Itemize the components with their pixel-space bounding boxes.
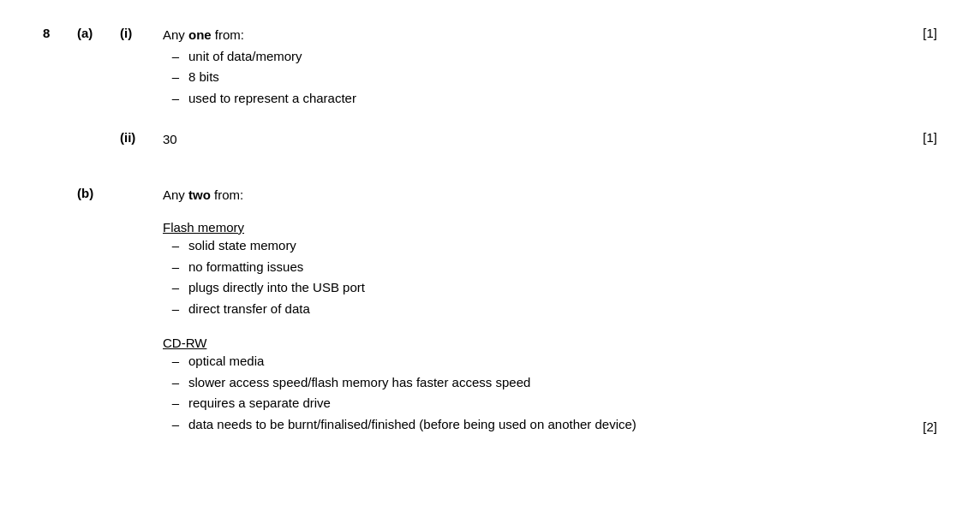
list-item: – solid state memory xyxy=(163,236,923,256)
list-item: – used to represent a character xyxy=(163,89,923,109)
bullet-text: no formatting issues xyxy=(188,258,303,277)
spacer xyxy=(163,205,923,220)
question-8-a-ii-row: (ii) 30 [1] xyxy=(43,130,937,150)
dash-icon: – xyxy=(163,258,188,277)
bullet-text: used to represent a character xyxy=(188,89,356,109)
part-b-intro: Any two from: xyxy=(163,186,923,205)
dash-icon: – xyxy=(163,68,188,87)
dash-icon: – xyxy=(163,278,188,298)
spacer xyxy=(163,320,923,336)
bullet-text: solid state memory xyxy=(188,236,296,256)
bullet-text: direct transfer of data xyxy=(188,300,310,319)
list-item: – slower access speed/flash memory has f… xyxy=(163,373,923,393)
cdrw-bullets: – optical media – slower access speed/fl… xyxy=(163,352,923,434)
part-b-content: Any two from: Flash memory – solid state… xyxy=(163,186,923,437)
flash-memory-heading: Flash memory xyxy=(163,220,923,235)
part-b-bold-word: two xyxy=(188,187,211,202)
mark-i: [1] xyxy=(923,26,937,40)
list-item: – data needs to be burnt/finalised/finis… xyxy=(163,415,923,435)
bullet-text: optical media xyxy=(188,352,264,371)
bullet-text: data needs to be burnt/finalised/finishe… xyxy=(188,415,636,435)
list-item: – requires a separate drive xyxy=(163,394,923,413)
part-b-intro-rest: from: xyxy=(211,187,243,202)
list-item: – no formatting issues xyxy=(163,258,923,277)
part-b-label: (b) xyxy=(77,186,120,200)
subpart-i-bullets: – unit of data/memory – 8 bits – used to… xyxy=(163,47,923,110)
bullet-text: requires a separate drive xyxy=(188,394,331,413)
part-a-label: (a) xyxy=(77,26,120,40)
dash-icon: – xyxy=(163,89,188,109)
subpart-ii-content: 30 xyxy=(163,130,923,150)
bullet-text: slower access speed/flash memory has fas… xyxy=(188,373,530,393)
flash-memory-bullets: – solid state memory – no formatting iss… xyxy=(163,236,923,318)
question-8-a-i-row: 8 (a) (i) Any one from: – unit of data/m… xyxy=(43,26,937,110)
bullet-text: unit of data/memory xyxy=(188,47,302,67)
dash-icon: – xyxy=(163,373,188,393)
subpart-ii-answer: 30 xyxy=(163,130,923,150)
subpart-i-intro: Any one from: xyxy=(163,26,923,45)
subpart-ii-label: (ii) xyxy=(120,130,163,145)
cdrw-heading: CD-RW xyxy=(163,336,923,350)
question-block: 8 (a) (i) Any one from: – unit of data/m… xyxy=(43,26,937,441)
dash-icon: – xyxy=(163,415,188,435)
spacer xyxy=(43,170,937,186)
list-item: – direct transfer of data xyxy=(163,300,923,319)
subpart-i-intro-rest: from: xyxy=(212,27,244,42)
spacer xyxy=(43,155,937,170)
mark-ii: [1] xyxy=(923,130,937,145)
list-item: – optical media xyxy=(163,352,923,371)
question-8-b-row: (b) Any two from: Flash memory – solid s… xyxy=(43,186,937,437)
bullet-text: 8 bits xyxy=(188,68,219,87)
dash-icon: – xyxy=(163,394,188,413)
bullet-text: plugs directly into the USB port xyxy=(188,278,365,298)
subpart-i-label: (i) xyxy=(120,26,163,40)
question-number: 8 xyxy=(43,26,77,40)
dash-icon: – xyxy=(163,47,188,67)
dash-icon: – xyxy=(163,236,188,256)
list-item: – plugs directly into the USB port xyxy=(163,278,923,298)
list-item: – unit of data/memory xyxy=(163,47,923,67)
mark-b: [2] xyxy=(923,419,937,436)
dash-icon: – xyxy=(163,300,188,319)
cdrw-section: CD-RW – optical media – slower access sp… xyxy=(163,336,923,436)
dash-icon: – xyxy=(163,352,188,371)
flash-memory-section: Flash memory – solid state memory – no f… xyxy=(163,220,923,320)
subpart-i-bold-word: one xyxy=(188,27,212,42)
subpart-i-content: Any one from: – unit of data/memory – 8 … xyxy=(163,26,923,110)
spacer xyxy=(43,115,937,130)
list-item: – 8 bits xyxy=(163,68,923,87)
